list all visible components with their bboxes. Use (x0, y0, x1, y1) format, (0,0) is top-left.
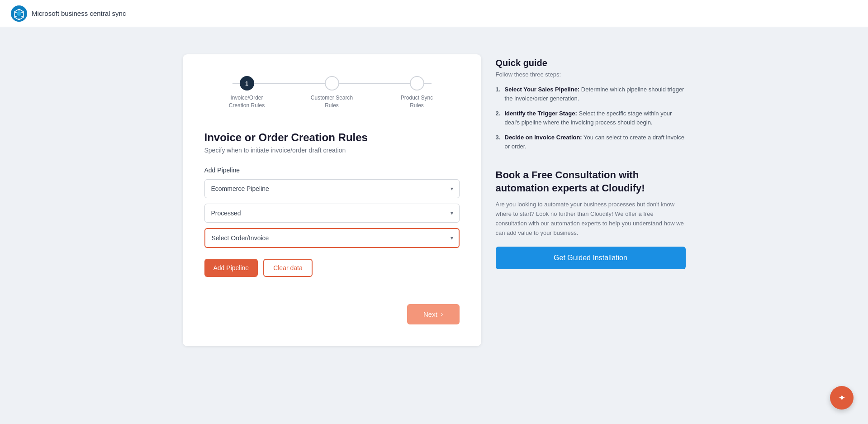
main-layout: 1 Invoice/OrderCreation Rules Customer S… (0, 27, 868, 373)
add-pipeline-button[interactable]: Add Pipeline (204, 259, 258, 277)
next-arrow-icon: › (441, 310, 443, 318)
main-card: 1 Invoice/OrderCreation Rules Customer S… (183, 54, 481, 346)
consultation-section: Book a Free Consultation with automation… (496, 169, 686, 269)
step-2: Customer SearchRules (289, 76, 375, 110)
order-invoice-dropdown[interactable]: Select Order/Invoice (204, 228, 460, 248)
right-panel: Quick guide Follow these three steps: Se… (496, 54, 686, 269)
guide-step-1: Select Your Sales Pipeline: Determine wh… (496, 85, 686, 103)
guide-step-3-bold: Decide on Invoice Creation: (505, 134, 582, 141)
next-button-label: Next (423, 310, 437, 318)
guide-step-2-bold: Identify the Trigger Stage: (505, 110, 577, 117)
clear-data-button[interactable]: Clear data (263, 259, 313, 277)
next-button[interactable]: Next › (407, 304, 460, 324)
step-3: Product SyncRules (375, 76, 460, 110)
pipeline-dropdown[interactable]: Ecommerce Pipeline (204, 179, 460, 198)
step-1: 1 Invoice/OrderCreation Rules (204, 76, 289, 110)
consultation-title: Book a Free Consultation with automation… (496, 169, 686, 195)
guided-installation-button[interactable]: Get Guided Installation (496, 247, 686, 269)
app-header: Microsoft business central sync (0, 0, 868, 27)
fab-icon: ✦ (838, 392, 846, 403)
logo-container: Microsoft business central sync (11, 5, 126, 22)
stepper: 1 Invoice/OrderCreation Rules Customer S… (204, 76, 460, 110)
action-buttons: Add Pipeline Clear data (204, 259, 460, 277)
pipeline-dropdown-wrapper: Ecommerce Pipeline ▾ (204, 179, 460, 198)
step-2-circle (325, 76, 339, 91)
step-3-label: Product SyncRules (401, 94, 433, 110)
quick-guide-title: Quick guide (496, 58, 686, 68)
step-3-circle (410, 76, 424, 91)
guide-step-2: Identify the Trigger Stage: Select the s… (496, 109, 686, 127)
step-1-label: Invoice/OrderCreation Rules (229, 94, 265, 110)
svg-point-2 (17, 11, 21, 16)
quick-guide-subtitle: Follow these three steps: (496, 71, 686, 78)
app-logo-icon (11, 5, 27, 22)
fab-button[interactable]: ✦ (830, 386, 854, 410)
step-1-circle: 1 (240, 76, 254, 91)
form-subtitle: Specify when to initiate invoice/order d… (204, 147, 460, 154)
add-pipeline-label: Add Pipeline (204, 167, 460, 174)
app-title: Microsoft business central sync (32, 10, 126, 17)
step-2-label: Customer SearchRules (311, 94, 353, 110)
stage-dropdown-wrapper: Processed ▾ (204, 204, 460, 223)
form-title: Invoice or Order Creation Rules (204, 131, 460, 144)
consultation-description: Are you looking to automate your busines… (496, 200, 686, 238)
stage-dropdown[interactable]: Processed (204, 204, 460, 223)
guide-steps-list: Select Your Sales Pipeline: Determine wh… (496, 85, 686, 151)
navigation-row: Next › (204, 304, 460, 324)
guide-step-3: Decide on Invoice Creation: You can sele… (496, 133, 686, 151)
guide-step-1-bold: Select Your Sales Pipeline: (505, 86, 580, 93)
order-invoice-dropdown-wrapper: Select Order/Invoice ▾ (204, 228, 460, 248)
